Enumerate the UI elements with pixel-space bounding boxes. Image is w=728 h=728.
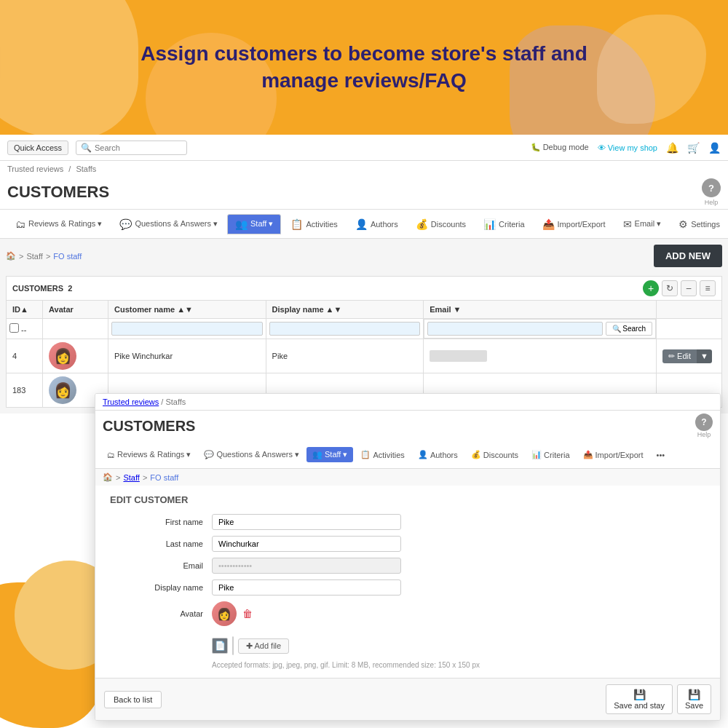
overlay-help-button[interactable]: ? <box>695 414 713 431</box>
home-icon: 🏠 <box>6 251 16 261</box>
add-file-button[interactable]: ✚ Add file <box>238 638 289 654</box>
form-row-email: Email <box>110 558 705 574</box>
table-row: 4 👩 Pike Winchurkar Pike •••••••••• ✏ Ed… <box>7 339 722 373</box>
tab-settings[interactable]: ⚙ Settings <box>670 214 728 234</box>
main-content: 🏠 > Staff > FO staff ADD NEW CUSTOMERS 2… <box>0 239 728 414</box>
save-button[interactable]: 💾 Save <box>677 684 711 714</box>
page-title: CUSTOMERS <box>7 183 109 202</box>
hero-blob1 <box>0 0 138 135</box>
settings-icon: ⚙ <box>678 218 688 230</box>
overlay-tab-criteria[interactable]: 📊 Criteria <box>526 447 575 462</box>
overlay-page-title: CUSTOMERS <box>103 418 195 435</box>
questions-icon: 💬 <box>119 218 132 230</box>
tab-import-export[interactable]: 📤 Import/Export <box>534 214 614 234</box>
overlay-help-container: ? Help <box>695 414 713 438</box>
filter-search-button[interactable]: 🔍 Search <box>606 322 652 336</box>
debug-mode-label: 🐛 Debug mode <box>531 143 589 152</box>
cell-email-4: •••••••••• <box>424 339 657 373</box>
tab-staff[interactable]: 👥 Staff ▾ <box>227 214 281 234</box>
overlay-tab-authors[interactable]: 👤 Authors <box>412 447 464 462</box>
col-header-avatar: Avatar <box>43 301 108 319</box>
col-header-customer-name[interactable]: Customer name ▲▼ <box>108 301 266 319</box>
cell-id-183: 183 <box>7 373 43 408</box>
col-header-actions <box>657 301 722 319</box>
tab-discounts[interactable]: 💰 Discounts <box>408 214 474 234</box>
help-button[interactable]: ? <box>702 178 721 197</box>
import-export-icon: 📤 <box>542 218 555 230</box>
overlay-tab-more[interactable]: ••• <box>651 448 671 462</box>
edit-dropdown-4[interactable]: ▼ <box>697 349 712 363</box>
discounts-icon: 💰 <box>416 218 428 230</box>
quick-access-button[interactable]: Quick Access <box>7 141 68 155</box>
activities-icon: 📋 <box>290 218 303 230</box>
search-input[interactable] <box>95 143 182 152</box>
filter-display-name[interactable] <box>269 322 421 336</box>
breadcrumb-staffs: Staffs <box>76 165 96 173</box>
bug-icon: 🐛 <box>531 143 541 151</box>
toolbar-refresh-button[interactable]: ↻ <box>662 280 678 296</box>
overlay-discounts-icon: 💰 <box>471 450 481 459</box>
email-blurred-4: •••••••••• <box>430 350 487 362</box>
display-name-input[interactable] <box>212 579 401 596</box>
search-bar: 🔍 <box>76 141 187 155</box>
tab-criteria[interactable]: 📊 Criteria <box>475 214 532 234</box>
avatar-183: 👩 <box>49 376 76 404</box>
overlay-tab-activities[interactable]: 📋 Activities <box>355 447 410 462</box>
first-name-input[interactable] <box>212 514 401 530</box>
tab-questions-answers[interactable]: 💬 Questions & Answers ▾ <box>111 214 226 234</box>
email-label: Email <box>110 561 212 570</box>
overlay-import-export-icon: 📤 <box>583 450 593 459</box>
email-input[interactable] <box>212 558 401 574</box>
overlay-tab-reviews[interactable]: 🗂 Reviews & Ratings ▾ <box>101 447 197 462</box>
overlay-tab-staff[interactable]: 👥 Staff ▾ <box>306 447 353 462</box>
eye-icon: 👁 <box>598 143 606 152</box>
back-to-list-button[interactable]: Back to list <box>104 691 162 708</box>
help-container: ? Help <box>702 178 721 206</box>
overlay-fo-staff: FO staff <box>150 473 178 482</box>
avatar-delete-icon[interactable]: 🗑 <box>242 608 253 620</box>
reviews-icon: 🗂 <box>15 218 25 230</box>
breadcrumb-trusted-reviews[interactable]: Trusted reviews <box>7 165 63 173</box>
notification-icon[interactable]: 🔔 <box>666 142 678 154</box>
cell-actions-4: ✏ Edit ▼ <box>657 339 722 373</box>
table-toolbar: CUSTOMERS 2 + ↻ – ≡ <box>6 276 722 300</box>
tab-authors[interactable]: 👤 Authors <box>347 214 406 234</box>
col-header-email[interactable]: Email ▼ <box>424 301 657 319</box>
overlay-home-icon: 🏠 <box>103 472 113 482</box>
tab-email[interactable]: ✉ Email ▾ <box>615 214 670 234</box>
cart-icon[interactable]: 🛒 <box>687 142 700 154</box>
add-new-button[interactable]: ADD NEW <box>654 245 722 267</box>
overlay-staff-link[interactable]: Staff <box>123 473 139 482</box>
overlay-tab-qa[interactable]: 💬 Questions & Answers ▾ <box>198 447 305 462</box>
edit-button-4[interactable]: ✏ Edit <box>662 349 697 363</box>
avatar-preview: 👩 <box>212 601 237 626</box>
hero-section: Assign customers to become store's staff… <box>0 0 728 135</box>
form-row-file-upload: 📄 ✚ Add file <box>110 632 705 655</box>
page-title-area: CUSTOMERS ? Help <box>0 177 728 210</box>
overlay-card: Trusted reviews / Staffs CUSTOMERS ? Hel… <box>95 393 721 721</box>
last-name-input[interactable] <box>212 536 401 552</box>
toolbar-add-button[interactable]: + <box>643 280 659 296</box>
admin-header: Quick Access 🔍 🐛 Debug mode 👁 View my sh… <box>0 135 728 161</box>
select-all-checkbox[interactable] <box>9 323 19 333</box>
tab-activities[interactable]: 📋 Activities <box>282 214 345 234</box>
col-header-display-name[interactable]: Display name ▲▼ <box>266 301 424 319</box>
edit-customer-title: EDIT CUSTOMER <box>110 494 705 505</box>
edit-customer-section: EDIT CUSTOMER First name Last name Email… <box>95 486 720 678</box>
filter-customer-name[interactable] <box>111 322 263 336</box>
user-avatar-icon[interactable]: 👤 <box>708 142 721 154</box>
file-hint: Accepted formats: jpg, jpeg, png, gif. L… <box>212 661 705 669</box>
view-shop-link[interactable]: 👁 View my shop <box>598 143 657 152</box>
filter-email[interactable] <box>427 322 602 336</box>
overlay-breadcrumb-trusted-reviews[interactable]: Trusted reviews <box>103 397 159 406</box>
tab-reviews-ratings[interactable]: 🗂 Reviews & Ratings ▾ <box>7 214 110 234</box>
toolbar-menu-button[interactable]: ≡ <box>700 280 716 296</box>
overlay-breadcrumb-staffs: Staffs <box>165 397 186 406</box>
overlay-tab-discounts[interactable]: 💰 Discounts <box>465 447 524 462</box>
col-header-id[interactable]: ID▲ <box>7 301 43 319</box>
overlay-tab-import-export[interactable]: 📤 Import/Export <box>577 447 649 462</box>
save-and-stay-button[interactable]: 💾 Save and stay <box>606 684 673 714</box>
overlay-footer: Back to list 💾 Save and stay 💾 Save <box>95 678 720 720</box>
toolbar-settings-button[interactable]: – <box>681 280 697 296</box>
staff-breadcrumb-link[interactable]: Staff <box>26 252 42 261</box>
